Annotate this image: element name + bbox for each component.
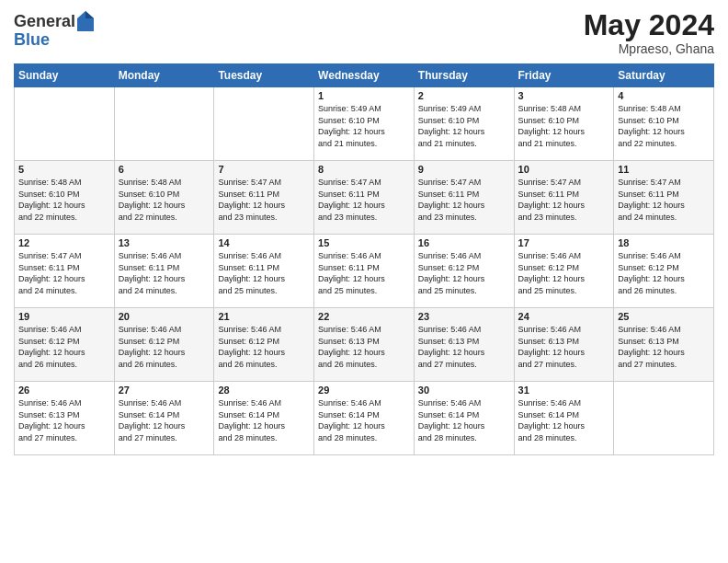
table-row: 21Sunrise: 5:46 AM Sunset: 6:12 PM Dayli… xyxy=(214,308,314,382)
table-row xyxy=(214,87,314,161)
day-info: Sunrise: 5:46 AM Sunset: 6:13 PM Dayligh… xyxy=(518,324,610,370)
table-row: 4Sunrise: 5:48 AM Sunset: 6:10 PM Daylig… xyxy=(614,87,714,161)
day-info: Sunrise: 5:47 AM Sunset: 6:11 PM Dayligh… xyxy=(418,177,510,223)
day-number: 22 xyxy=(318,311,410,322)
table-row: 2Sunrise: 5:49 AM Sunset: 6:10 PM Daylig… xyxy=(414,87,514,161)
table-row: 16Sunrise: 5:46 AM Sunset: 6:12 PM Dayli… xyxy=(414,235,514,308)
day-number: 13 xyxy=(119,237,210,248)
header-saturday: Saturday xyxy=(614,64,714,87)
day-info: Sunrise: 5:46 AM Sunset: 6:14 PM Dayligh… xyxy=(518,397,610,443)
calendar: Sunday Monday Tuesday Wednesday Thursday… xyxy=(14,63,714,455)
day-info: Sunrise: 5:47 AM Sunset: 6:11 PM Dayligh… xyxy=(218,177,310,223)
calendar-week-5: 26Sunrise: 5:46 AM Sunset: 6:13 PM Dayli… xyxy=(15,382,714,455)
table-row: 7Sunrise: 5:47 AM Sunset: 6:11 PM Daylig… xyxy=(214,161,314,235)
table-row: 22Sunrise: 5:46 AM Sunset: 6:13 PM Dayli… xyxy=(314,308,415,382)
day-info: Sunrise: 5:47 AM Sunset: 6:11 PM Dayligh… xyxy=(618,177,710,223)
day-info: Sunrise: 5:49 AM Sunset: 6:10 PM Dayligh… xyxy=(318,103,410,149)
table-row xyxy=(614,382,714,455)
svg-marker-1 xyxy=(85,11,94,18)
table-row: 9Sunrise: 5:47 AM Sunset: 6:11 PM Daylig… xyxy=(414,161,514,235)
logo-text: General Blue xyxy=(14,13,94,50)
table-row: 27Sunrise: 5:46 AM Sunset: 6:14 PM Dayli… xyxy=(114,382,214,455)
table-row: 14Sunrise: 5:46 AM Sunset: 6:11 PM Dayli… xyxy=(214,235,314,308)
day-info: Sunrise: 5:46 AM Sunset: 6:12 PM Dayligh… xyxy=(18,324,110,370)
day-number: 1 xyxy=(318,90,410,101)
table-row: 6Sunrise: 5:48 AM Sunset: 6:10 PM Daylig… xyxy=(114,161,214,235)
day-info: Sunrise: 5:46 AM Sunset: 6:12 PM Dayligh… xyxy=(218,324,310,370)
day-info: Sunrise: 5:48 AM Sunset: 6:10 PM Dayligh… xyxy=(18,177,110,223)
table-row: 29Sunrise: 5:46 AM Sunset: 6:14 PM Dayli… xyxy=(314,382,415,455)
table-row: 19Sunrise: 5:46 AM Sunset: 6:12 PM Dayli… xyxy=(15,308,115,382)
day-number: 26 xyxy=(18,385,110,396)
day-info: Sunrise: 5:46 AM Sunset: 6:12 PM Dayligh… xyxy=(518,250,610,296)
logo-blue: Blue xyxy=(14,31,94,50)
table-row: 1Sunrise: 5:49 AM Sunset: 6:10 PM Daylig… xyxy=(314,87,415,161)
day-number: 20 xyxy=(119,311,210,322)
day-number: 27 xyxy=(119,385,210,396)
day-info: Sunrise: 5:46 AM Sunset: 6:11 PM Dayligh… xyxy=(218,250,310,296)
day-number: 9 xyxy=(418,164,510,175)
logo-general: General xyxy=(14,13,75,31)
day-info: Sunrise: 5:46 AM Sunset: 6:11 PM Dayligh… xyxy=(119,250,210,296)
table-row: 23Sunrise: 5:46 AM Sunset: 6:13 PM Dayli… xyxy=(414,308,514,382)
day-info: Sunrise: 5:46 AM Sunset: 6:14 PM Dayligh… xyxy=(119,397,210,443)
day-info: Sunrise: 5:46 AM Sunset: 6:12 PM Dayligh… xyxy=(119,324,210,370)
day-number: 31 xyxy=(518,385,610,396)
day-number: 8 xyxy=(318,164,410,175)
day-info: Sunrise: 5:47 AM Sunset: 6:11 PM Dayligh… xyxy=(318,177,410,223)
table-row: 13Sunrise: 5:46 AM Sunset: 6:11 PM Dayli… xyxy=(114,235,214,308)
calendar-week-4: 19Sunrise: 5:46 AM Sunset: 6:12 PM Dayli… xyxy=(15,308,714,382)
day-info: Sunrise: 5:46 AM Sunset: 6:11 PM Dayligh… xyxy=(318,250,410,296)
table-row: 12Sunrise: 5:47 AM Sunset: 6:11 PM Dayli… xyxy=(15,235,115,308)
day-number: 12 xyxy=(18,237,110,248)
table-row: 3Sunrise: 5:48 AM Sunset: 6:10 PM Daylig… xyxy=(514,87,614,161)
day-info: Sunrise: 5:47 AM Sunset: 6:11 PM Dayligh… xyxy=(518,177,610,223)
day-number: 25 xyxy=(618,311,710,322)
day-number: 3 xyxy=(518,90,610,101)
table-row: 24Sunrise: 5:46 AM Sunset: 6:13 PM Dayli… xyxy=(514,308,614,382)
header: General Blue May 2024 Mpraeso, Ghana xyxy=(14,9,714,56)
day-number: 14 xyxy=(218,237,310,248)
day-info: Sunrise: 5:49 AM Sunset: 6:10 PM Dayligh… xyxy=(418,103,510,149)
day-number: 17 xyxy=(518,237,610,248)
header-monday: Monday xyxy=(114,64,214,87)
day-number: 2 xyxy=(418,90,510,101)
table-row: 17Sunrise: 5:46 AM Sunset: 6:12 PM Dayli… xyxy=(514,235,614,308)
day-number: 15 xyxy=(318,237,410,248)
header-sunday: Sunday xyxy=(15,64,115,87)
month-year-title: May 2024 xyxy=(584,9,714,41)
table-row: 5Sunrise: 5:48 AM Sunset: 6:10 PM Daylig… xyxy=(15,161,115,235)
day-number: 11 xyxy=(618,164,710,175)
table-row xyxy=(114,87,214,161)
table-row: 11Sunrise: 5:47 AM Sunset: 6:11 PM Dayli… xyxy=(614,161,714,235)
day-number: 24 xyxy=(518,311,610,322)
day-info: Sunrise: 5:46 AM Sunset: 6:13 PM Dayligh… xyxy=(18,397,110,443)
day-info: Sunrise: 5:47 AM Sunset: 6:11 PM Dayligh… xyxy=(18,250,110,296)
day-info: Sunrise: 5:48 AM Sunset: 6:10 PM Dayligh… xyxy=(618,103,710,149)
calendar-header-row: Sunday Monday Tuesday Wednesday Thursday… xyxy=(15,64,714,87)
table-row: 31Sunrise: 5:46 AM Sunset: 6:14 PM Dayli… xyxy=(514,382,614,455)
day-info: Sunrise: 5:48 AM Sunset: 6:10 PM Dayligh… xyxy=(119,177,210,223)
day-number: 21 xyxy=(218,311,310,322)
table-row: 28Sunrise: 5:46 AM Sunset: 6:14 PM Dayli… xyxy=(214,382,314,455)
calendar-week-2: 5Sunrise: 5:48 AM Sunset: 6:10 PM Daylig… xyxy=(15,161,714,235)
day-number: 18 xyxy=(618,237,710,248)
table-row: 18Sunrise: 5:46 AM Sunset: 6:12 PM Dayli… xyxy=(614,235,714,308)
day-info: Sunrise: 5:46 AM Sunset: 6:13 PM Dayligh… xyxy=(318,324,410,370)
day-number: 16 xyxy=(418,237,510,248)
day-number: 10 xyxy=(518,164,610,175)
table-row: 8Sunrise: 5:47 AM Sunset: 6:11 PM Daylig… xyxy=(314,161,415,235)
header-friday: Friday xyxy=(514,64,614,87)
header-wednesday: Wednesday xyxy=(314,64,415,87)
day-number: 7 xyxy=(218,164,310,175)
day-number: 4 xyxy=(618,90,710,101)
table-row: 15Sunrise: 5:46 AM Sunset: 6:11 PM Dayli… xyxy=(314,235,415,308)
table-row: 20Sunrise: 5:46 AM Sunset: 6:12 PM Dayli… xyxy=(114,308,214,382)
header-tuesday: Tuesday xyxy=(214,64,314,87)
day-number: 6 xyxy=(119,164,210,175)
calendar-week-3: 12Sunrise: 5:47 AM Sunset: 6:11 PM Dayli… xyxy=(15,235,714,308)
day-info: Sunrise: 5:48 AM Sunset: 6:10 PM Dayligh… xyxy=(518,103,610,149)
page: General Blue May 2024 Mpraeso, Ghana Sun… xyxy=(0,0,728,563)
day-number: 19 xyxy=(18,311,110,322)
day-number: 23 xyxy=(418,311,510,322)
